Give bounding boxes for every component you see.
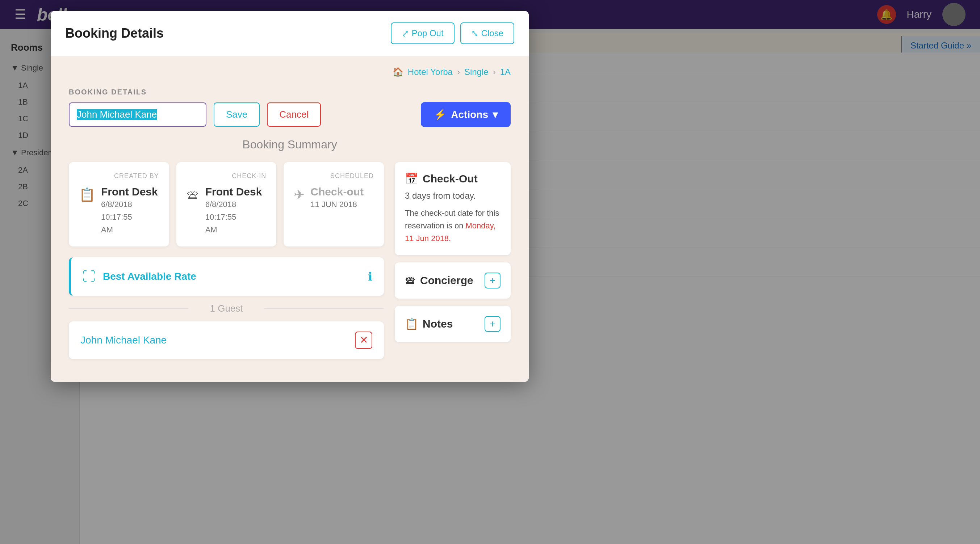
breadcrumb-room[interactable]: 1A — [500, 67, 511, 77]
scheduled-name: Check-out — [310, 186, 364, 198]
created-by-label: CREATED BY — [79, 172, 159, 180]
created-by-ampm: AM — [101, 223, 159, 236]
modal-body: 🏠 Hotel Yorba › Single › 1A BOOKING DETA… — [51, 56, 529, 382]
modal-header-buttons: ⤤ Pop Out ⤡ Close — [391, 22, 514, 44]
notes-icon: 📋 — [405, 317, 418, 330]
checkout-title-text: Check-Out — [423, 173, 478, 185]
concierge-title-text: Concierge — [420, 274, 473, 287]
guest-name-input[interactable] — [69, 102, 207, 127]
rate-card[interactable]: ⛶ Best Available Rate ℹ — [69, 257, 384, 296]
scheduled-icon: ✈ — [294, 187, 305, 202]
close-button[interactable]: ⤡ Close — [460, 22, 514, 44]
guest-name-link[interactable]: John Michael Kane — [80, 335, 167, 346]
scheduled-content: ✈ Check-out 11 JUN 2018 — [294, 186, 374, 211]
checkout-icon: 📅 — [405, 172, 418, 185]
guest-count-divider: 1 Guest — [69, 303, 384, 314]
notes-add-button[interactable]: + — [485, 316, 501, 332]
close-label: Close — [481, 28, 503, 38]
guest-row: John Michael Kane ✕ — [69, 321, 384, 359]
checkout-days: 3 days from today. — [405, 191, 501, 201]
main-content: CREATED BY 📋 Front Desk 6/8/2018 10:17:5… — [69, 162, 511, 359]
notes-title: 📋 Notes — [405, 317, 453, 330]
checkin-card: CHECK-IN 🛎 Front Desk 6/8/2018 10:17:55 … — [177, 162, 277, 246]
breadcrumb-room-type[interactable]: Single — [464, 67, 488, 77]
actions-chevron-icon: ▾ — [493, 109, 498, 121]
rate-icon: ⛶ — [83, 269, 95, 284]
notes-card-row: 📋 Notes + — [405, 316, 501, 332]
checkin-ampm: AM — [205, 223, 267, 236]
checkin-name: Front Desk — [205, 186, 267, 198]
created-by-card: CREATED BY 📋 Front Desk 6/8/2018 10:17:5… — [69, 162, 169, 246]
modal-header: Booking Details ⤤ Pop Out ⤡ Close — [51, 11, 529, 56]
pop-out-label: Pop Out — [412, 28, 444, 38]
booking-details-modal: Booking Details ⤤ Pop Out ⤡ Close 🏠 Hote… — [51, 11, 529, 382]
cancel-button[interactable]: Cancel — [267, 102, 321, 127]
scheduled-date: 11 JUN 2018 — [310, 198, 364, 211]
checkin-content: 🛎 Front Desk 6/8/2018 10:17:55 AM — [186, 186, 267, 236]
created-by-icon: 📋 — [79, 187, 95, 202]
created-by-name: Front Desk — [101, 186, 159, 198]
booking-details-label: BOOKING DETAILS — [69, 88, 511, 96]
concierge-card: 🛎 Concierge + — [395, 262, 511, 298]
breadcrumb: 🏠 Hotel Yorba › Single › 1A — [69, 67, 511, 77]
modal-title: Booking Details — [65, 26, 164, 41]
pop-out-icon: ⤤ — [402, 28, 409, 38]
right-panel: 📅 Check-Out 3 days from today. The check… — [395, 162, 511, 359]
checkin-icon: 🛎 — [186, 187, 200, 202]
summary-cards: CREATED BY 📋 Front Desk 6/8/2018 10:17:5… — [69, 162, 384, 246]
checkout-card-title: 📅 Check-Out — [405, 172, 501, 185]
checkin-label: CHECK-IN — [186, 172, 267, 180]
booking-summary-title: Booking Summary — [69, 138, 511, 151]
checkin-details: Front Desk 6/8/2018 10:17:55 AM — [205, 186, 267, 236]
concierge-card-row: 🛎 Concierge + — [405, 273, 501, 289]
created-by-datetime: 6/8/2018 10:17:55 — [101, 198, 159, 223]
close-icon: ⤡ — [471, 28, 479, 38]
remove-guest-button[interactable]: ✕ — [355, 331, 372, 349]
scheduled-label: SCHEDULED — [294, 172, 374, 180]
notes-card: 📋 Notes + — [395, 306, 511, 342]
notes-title-text: Notes — [423, 318, 453, 330]
breadcrumb-hotel[interactable]: Hotel Yorba — [408, 67, 453, 77]
rate-name: Best Available Rate — [103, 271, 196, 282]
actions-label: Actions — [451, 109, 488, 121]
breadcrumb-sep-1: › — [457, 67, 460, 77]
booking-details-section: Save Cancel ⚡ Actions ▾ — [69, 102, 511, 127]
left-panel: CREATED BY 📋 Front Desk 6/8/2018 10:17:5… — [69, 162, 384, 359]
pop-out-button[interactable]: ⤤ Pop Out — [391, 22, 455, 44]
home-icon: 🏠 — [393, 67, 403, 77]
created-by-content: 📋 Front Desk 6/8/2018 10:17:55 AM — [79, 186, 159, 236]
actions-icon: ⚡ — [434, 109, 447, 121]
created-by-details: Front Desk 6/8/2018 10:17:55 AM — [101, 186, 159, 236]
checkin-datetime: 6/8/2018 10:17:55 — [205, 198, 267, 223]
rate-info-icon[interactable]: ℹ — [368, 270, 372, 283]
actions-button[interactable]: ⚡ Actions ▾ — [421, 102, 511, 127]
scheduled-card: SCHEDULED ✈ Check-out 11 JUN 2018 — [283, 162, 384, 246]
checkout-description: The check-out date for this reservation … — [405, 207, 501, 245]
checkout-card: 📅 Check-Out 3 days from today. The check… — [395, 162, 511, 255]
concierge-icon: 🛎 — [405, 274, 416, 287]
breadcrumb-sep-2: › — [493, 67, 496, 77]
concierge-add-button[interactable]: + — [485, 273, 501, 289]
save-button[interactable]: Save — [214, 102, 260, 127]
scheduled-details: Check-out 11 JUN 2018 — [310, 186, 364, 211]
concierge-title: 🛎 Concierge — [405, 274, 473, 287]
